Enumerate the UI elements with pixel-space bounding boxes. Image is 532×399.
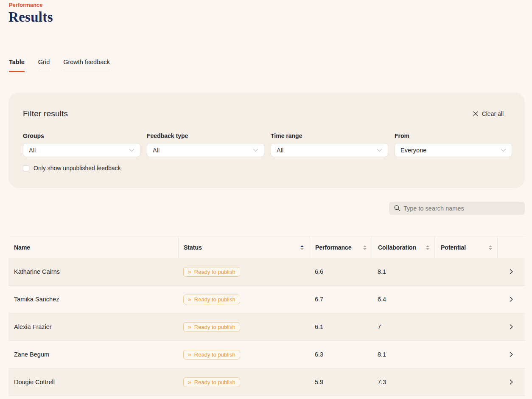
clear-all-button[interactable]: Clear all — [473, 110, 504, 117]
chevron-down-icon — [129, 149, 134, 152]
chevron-right-icon[interactable] — [508, 379, 514, 385]
table-body: Katharine Cairns » Ready to publish 6.6 … — [8, 258, 525, 396]
row-open-cell — [497, 351, 525, 357]
close-icon — [473, 111, 478, 116]
feedback-type-select[interactable]: All — [147, 143, 264, 157]
view-tabs: Table Grid Growth feedback — [9, 59, 110, 72]
from-select[interactable]: Everyone — [395, 143, 512, 157]
chevron-right-icon[interactable] — [508, 269, 514, 275]
page-title: Results — [8, 9, 53, 25]
double-chevron-icon: » — [188, 379, 191, 385]
from-label: From — [395, 132, 512, 139]
column-header-potential[interactable]: Potential — [434, 237, 497, 258]
feedback-type-select-value: All — [153, 147, 160, 154]
column-header-status[interactable]: Status — [178, 237, 309, 258]
chevron-down-icon — [253, 149, 258, 152]
column-header-collaboration[interactable]: Collaboration — [372, 237, 434, 258]
tab-growth-feedback[interactable]: Growth feedback — [63, 59, 110, 72]
column-header-collaboration-label: Collaboration — [378, 244, 416, 251]
employee-name: Dougie Cottrell — [8, 379, 178, 385]
search-input[interactable] — [403, 205, 520, 212]
chevron-right-icon[interactable] — [508, 351, 514, 357]
groups-select[interactable]: All — [23, 143, 140, 157]
row-open-cell — [497, 296, 525, 302]
status-badge: » Ready to publish — [183, 295, 240, 304]
filter-fields: Groups All Feedback type All Time range … — [23, 132, 512, 157]
status-badge-label: Ready to publish — [194, 296, 235, 303]
unpublished-feedback-label: Only show unpublished feedback — [34, 165, 120, 171]
collaboration-value: 8.1 — [372, 268, 434, 275]
groups-select-value: All — [29, 147, 36, 154]
double-chevron-icon: » — [188, 351, 191, 357]
double-chevron-icon: » — [188, 324, 191, 330]
row-open-cell — [497, 324, 525, 330]
status-badge: » Ready to publish — [183, 267, 240, 277]
table-row[interactable]: Zane Begum » Ready to publish 6.3 8.1 — [8, 341, 525, 368]
column-header-actions — [497, 237, 525, 258]
unpublished-feedback-filter: Only show unpublished feedback — [23, 165, 120, 171]
chevron-right-icon[interactable] — [508, 296, 514, 302]
tab-active-underline — [9, 71, 25, 72]
table-header: Name Status Performance Collaboration Po… — [8, 236, 525, 258]
filter-card-title: Filter results — [23, 109, 68, 118]
collaboration-value: 6.4 — [372, 296, 434, 303]
status-cell: » Ready to publish — [178, 295, 309, 304]
column-header-performance-label: Performance — [315, 244, 352, 251]
status-badge-label: Ready to publish — [194, 351, 235, 358]
status-cell: » Ready to publish — [178, 377, 309, 387]
status-badge: » Ready to publish — [183, 377, 240, 387]
tab-growth-feedback-label: Growth feedback — [63, 59, 110, 71]
column-header-performance[interactable]: Performance — [309, 237, 372, 258]
employee-name: Alexia Frazier — [8, 323, 178, 330]
chevron-down-icon — [501, 149, 506, 152]
table-row[interactable]: Alexia Frazier » Ready to publish 6.1 7 — [8, 313, 525, 341]
performance-value: 6.6 — [309, 268, 372, 275]
status-badge-label: Ready to publish — [194, 324, 235, 330]
time-range-select[interactable]: All — [271, 143, 388, 157]
employee-name: Zane Begum — [8, 351, 178, 358]
breadcrumb-performance[interactable]: Performance — [9, 2, 42, 8]
search-bar — [389, 202, 525, 215]
sort-icon — [426, 245, 429, 250]
table-row[interactable]: Dougie Cottrell » Ready to publish 5.9 7… — [8, 368, 525, 396]
column-header-potential-label: Potential — [441, 244, 466, 251]
tab-underline — [63, 71, 110, 71]
column-header-name: Name — [8, 237, 178, 258]
status-badge-label: Ready to publish — [194, 379, 235, 385]
tab-grid[interactable]: Grid — [38, 59, 50, 72]
tab-table[interactable]: Table — [9, 59, 25, 72]
sort-ascending-icon — [300, 245, 304, 250]
collaboration-value: 7 — [372, 323, 434, 330]
status-cell: » Ready to publish — [178, 322, 309, 332]
tab-underline — [38, 71, 50, 71]
unpublished-feedback-checkbox[interactable] — [23, 165, 29, 171]
tab-table-label: Table — [9, 59, 25, 71]
collaboration-value: 8.1 — [372, 351, 434, 358]
row-open-cell — [497, 379, 525, 385]
sort-icon — [363, 245, 367, 250]
filter-field-time-range: Time range All — [271, 132, 388, 157]
column-header-name-label: Name — [14, 244, 30, 251]
from-select-value: Everyone — [400, 147, 426, 154]
chevron-right-icon[interactable] — [508, 324, 514, 330]
performance-value: 6.1 — [309, 323, 372, 330]
filter-field-groups: Groups All — [23, 132, 140, 157]
table-row[interactable]: Katharine Cairns » Ready to publish 6.6 … — [8, 258, 525, 286]
filter-field-from: From Everyone — [395, 132, 512, 157]
time-range-select-value: All — [277, 147, 283, 154]
employee-name: Tamika Sanchez — [8, 296, 178, 303]
search-icon — [394, 205, 400, 211]
status-cell: » Ready to publish — [178, 350, 309, 360]
status-cell: » Ready to publish — [178, 267, 309, 277]
employee-name: Katharine Cairns — [8, 268, 178, 275]
filter-results-card: Filter results Clear all Groups All Feed… — [8, 93, 525, 188]
performance-value: 6.7 — [309, 296, 372, 303]
performance-value: 5.9 — [309, 379, 372, 385]
time-range-label: Time range — [271, 132, 388, 139]
status-badge-label: Ready to publish — [194, 269, 235, 275]
feedback-type-label: Feedback type — [147, 132, 264, 139]
groups-label: Groups — [23, 132, 140, 139]
table-row[interactable]: Tamika Sanchez » Ready to publish 6.7 6.… — [8, 286, 525, 313]
performance-value: 6.3 — [309, 351, 372, 358]
double-chevron-icon: » — [188, 269, 191, 275]
